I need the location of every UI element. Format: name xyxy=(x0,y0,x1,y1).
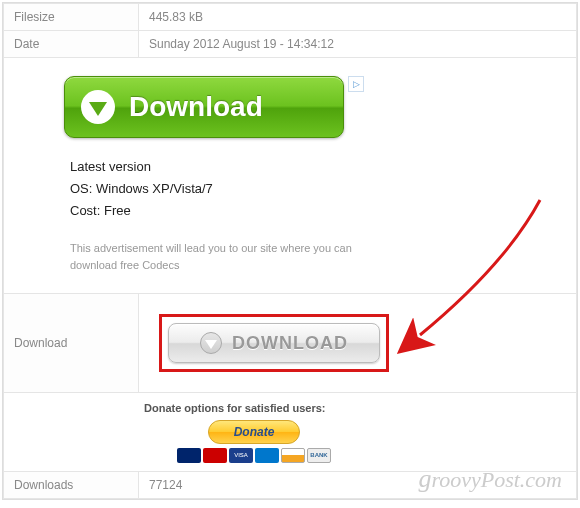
row-advertisement: ▷ Download Latest version OS: Windows XP… xyxy=(4,58,577,294)
details-table: Filesize 445.83 kB Date Sunday 2012 Augu… xyxy=(2,2,578,500)
download-arrow-icon xyxy=(81,90,115,124)
adchoices-icon[interactable]: ▷ xyxy=(348,76,364,92)
filesize-value: 445.83 kB xyxy=(139,4,577,31)
row-filesize: Filesize 445.83 kB xyxy=(4,4,577,31)
row-donate: Donate options for satisfied users: Dona… xyxy=(4,393,577,471)
card-icon xyxy=(203,448,227,463)
download-label: Download xyxy=(4,294,139,393)
card-icon xyxy=(281,448,305,463)
advertisement-block: ▷ Download Latest version OS: Windows XP… xyxy=(64,76,364,283)
ad-info-text: Latest version OS: Windows XP/Vista/7 Co… xyxy=(64,156,364,222)
date-value: Sunday 2012 August 19 - 14:34:12 xyxy=(139,31,577,58)
donate-caption: Donate options for satisfied users: xyxy=(144,401,364,415)
donate-button[interactable]: Donate xyxy=(208,420,300,444)
filesize-label: Filesize xyxy=(4,4,139,31)
real-download-button-label: DOWNLOAD xyxy=(232,333,348,354)
date-label: Date xyxy=(4,31,139,58)
card-icon xyxy=(177,448,201,463)
annotation-highlight-box: DOWNLOAD xyxy=(159,314,389,372)
ad-download-button-label: Download xyxy=(129,91,263,123)
download-arrow-icon xyxy=(200,332,222,354)
ad-info-line: OS: Windows XP/Vista/7 xyxy=(70,178,364,200)
row-downloads-count: Downloads 77124 xyxy=(4,471,577,498)
downloads-value: 77124 xyxy=(139,471,577,498)
ad-info-line: Latest version xyxy=(70,156,364,178)
real-download-button[interactable]: DOWNLOAD xyxy=(168,323,380,363)
row-date: Date Sunday 2012 August 19 - 14:34:12 xyxy=(4,31,577,58)
ad-info-line: Cost: Free xyxy=(70,200,364,222)
downloads-label: Downloads xyxy=(4,471,139,498)
card-icon: BANK xyxy=(307,448,331,463)
card-icon: VISA xyxy=(229,448,253,463)
row-download: Download DOWNLOAD xyxy=(4,294,577,393)
card-icon xyxy=(255,448,279,463)
ad-download-button[interactable]: Download xyxy=(64,76,344,138)
payment-card-icons: VISA BANK xyxy=(144,448,364,463)
donate-button-label: Donate xyxy=(234,425,275,439)
ad-disclaimer: This advertisement will lead you to our … xyxy=(64,222,364,273)
